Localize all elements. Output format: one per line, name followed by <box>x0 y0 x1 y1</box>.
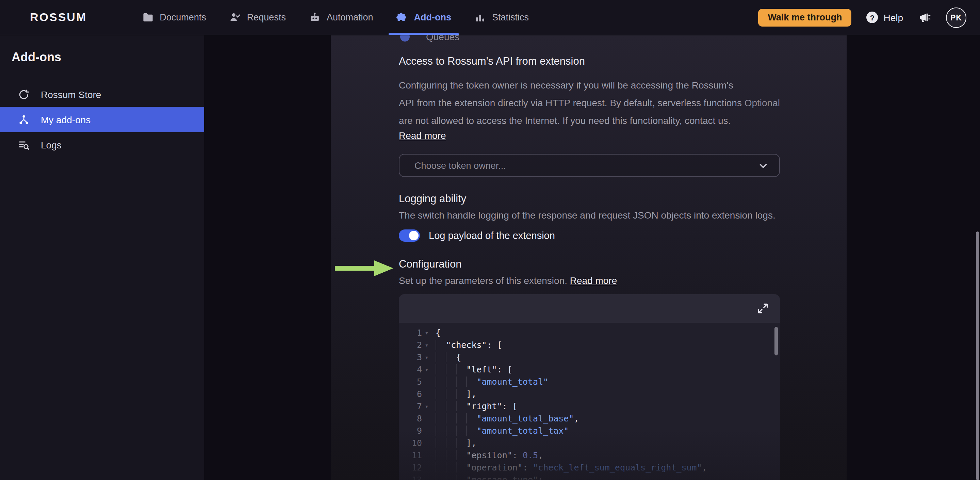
api-access-description-row: Configuring the token owner is necessary… <box>399 76 780 129</box>
help-icon: ? <box>866 11 878 23</box>
optional-badge: Optional <box>745 97 780 108</box>
expand-icon[interactable] <box>757 302 769 314</box>
megaphone-icon[interactable] <box>918 11 931 24</box>
configuration-code-editor[interactable]: 1▾{2▾ "checks": [3▾ {4▾ "left": [5 "amou… <box>399 294 780 480</box>
logging-ability-description: The switch handle logging of the respons… <box>399 208 780 222</box>
nav-label: Automation <box>327 12 373 22</box>
code-line: 9 "amount_total_tax" <box>399 425 780 437</box>
person-check-icon <box>229 11 241 23</box>
sidebar-list: Rossum Store My add-ons Logs <box>0 82 204 157</box>
queues-row-clipped[interactable]: Queues <box>400 35 460 42</box>
sidebar: Add-ons Rossum Store My add-ons Logs <box>0 35 204 480</box>
code-editor-scrollbar[interactable] <box>775 327 778 356</box>
code-line: 10 ], <box>399 437 780 450</box>
nav-label: Add-ons <box>414 12 452 22</box>
token-owner-placeholder: Choose token owner... <box>414 160 506 171</box>
code-editor-area[interactable]: 1▾{2▾ "checks": [3▾ {4▾ "left": [5 "amou… <box>399 323 780 480</box>
log-payload-toggle[interactable] <box>399 230 420 242</box>
configuration-title: Configuration <box>399 257 780 271</box>
page-scrollbar[interactable] <box>976 231 979 480</box>
robot-icon <box>309 11 321 23</box>
sidebar-item-logs[interactable]: Logs <box>0 132 204 157</box>
sidebar-title: Add-ons <box>0 50 204 64</box>
code-line: 13 "message_type": <box>399 474 780 480</box>
nav-documents[interactable]: Documents <box>130 0 218 35</box>
code-line: 2▾ "checks": [ <box>399 339 780 351</box>
code-line: 8 "amount_total_base", <box>399 413 780 425</box>
walk-me-through-button[interactable]: Walk me through <box>758 8 851 26</box>
api-access-description: Configuring the token owner is necessary… <box>399 76 745 129</box>
configuration-description: Set up the parameters of this extension.… <box>399 274 780 287</box>
annotation-arrow <box>335 258 395 279</box>
code-line: 4▾ "left": [ <box>399 364 780 376</box>
log-payload-label: Log payload of the extension <box>429 230 555 241</box>
description-line: API from the extension directly via HTTP… <box>399 94 745 112</box>
configuration-read-more-link[interactable]: Read more <box>570 275 617 286</box>
main-area: Queues Access to Rossum's API from exten… <box>204 35 980 480</box>
logging-ability-title: Logging ability <box>399 192 780 206</box>
toggle-knob <box>409 231 418 240</box>
nodes-icon <box>18 113 30 126</box>
log-search-icon <box>18 139 30 151</box>
description-line: are not allowed to access the Internet. … <box>399 112 745 129</box>
settings-column: Access to Rossum's API from extension Co… <box>399 54 780 480</box>
log-payload-row: Log payload of the extension <box>399 229 780 242</box>
avatar[interactable]: PK <box>946 7 966 27</box>
configuration-description-text: Set up the parameters of this extension. <box>399 275 567 286</box>
api-access-title: Access to Rossum's API from extension <box>399 54 780 68</box>
nav-label: Documents <box>159 12 206 22</box>
code-editor-lines: 1▾{2▾ "checks": [3▾ {4▾ "left": [5 "amou… <box>399 327 780 480</box>
sidebar-item-my-add-ons[interactable]: My add-ons <box>0 107 204 132</box>
sidebar-item-label: My add-ons <box>41 114 91 125</box>
bar-chart-icon <box>474 11 486 23</box>
navbar: ROSSUM Documents Requests Automation Add… <box>0 0 980 35</box>
queues-label: Queues <box>426 35 460 42</box>
description-line: Configuring the token owner is necessary… <box>399 76 745 94</box>
code-line: 1▾{ <box>399 327 780 339</box>
store-refresh-icon <box>18 88 30 100</box>
code-line: 5 "amount_total" <box>399 376 780 388</box>
nav-label: Statistics <box>492 12 529 22</box>
sidebar-item-label: Logs <box>41 139 62 150</box>
nav-statistics[interactable]: Statistics <box>463 0 540 35</box>
nav-requests[interactable]: Requests <box>218 0 298 35</box>
code-line: 7▾ "right": [ <box>399 400 780 413</box>
help-button[interactable]: ? Help <box>866 11 903 23</box>
code-line: 12 "operation": "check_left_sum_equals_r… <box>399 462 780 474</box>
code-line: 6 ], <box>399 388 780 400</box>
rossum-logo[interactable]: ROSSUM <box>30 11 87 24</box>
puzzle-icon <box>396 11 408 23</box>
sidebar-item-rossum-store[interactable]: Rossum Store <box>0 82 204 107</box>
help-label: Help <box>883 12 903 23</box>
code-editor-toolbar <box>399 294 780 323</box>
code-line: 3▾ { <box>399 351 780 364</box>
nav-label: Requests <box>247 12 286 22</box>
app: ROSSUM Documents Requests Automation Add… <box>0 0 980 480</box>
code-line: 11 "epsilon": 0.5, <box>399 450 780 462</box>
sidebar-item-label: Rossum Store <box>41 89 101 100</box>
content-panel: Queues Access to Rossum's API from exten… <box>331 35 846 480</box>
queues-toggle-icon <box>400 35 410 41</box>
main-nav: Documents Requests Automation Add-ons St… <box>130 0 540 35</box>
folder-icon <box>142 11 153 23</box>
chevron-down-icon <box>758 160 768 171</box>
token-owner-dropdown[interactable]: Choose token owner... <box>399 154 780 177</box>
nav-automation[interactable]: Automation <box>298 0 385 35</box>
nav-add-ons[interactable]: Add-ons <box>385 0 463 35</box>
navbar-right: Walk me through ? Help PK <box>758 7 966 27</box>
api-read-more-link[interactable]: Read more <box>399 131 446 140</box>
